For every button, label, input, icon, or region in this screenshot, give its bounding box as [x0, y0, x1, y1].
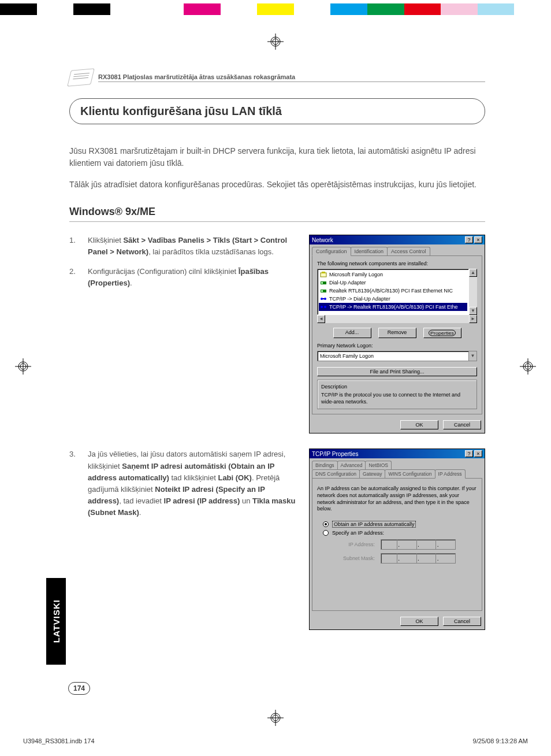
svg-point-24 [324, 298, 326, 300]
radio-specify[interactable]: Specify an IP address: [323, 530, 477, 536]
radio-label: Specify an IP address: [332, 530, 384, 536]
ip-address-row: IP Address: ... [334, 539, 477, 550]
registration-mark-icon [520, 358, 536, 375]
cancel-button[interactable]: Cancel [443, 420, 481, 429]
svg-point-23 [321, 298, 323, 300]
tab[interactable]: Gateway [359, 469, 386, 478]
list-item[interactable]: Realtek RTL8139(A/B/C/8130) PCI Fast Eth… [319, 287, 467, 295]
page-header: RX3081 Platjoslas maršrutizētāja ātras u… [69, 69, 485, 86]
scroll-left-icon[interactable]: ◄ [317, 315, 325, 323]
list-item[interactable]: Microsoft Family Logon [319, 270, 467, 279]
file-print-sharing-button[interactable]: File and Print Sharing... [317, 367, 477, 376]
svg-rect-21 [321, 290, 323, 292]
svg-rect-19 [321, 282, 323, 284]
steps-list-a: 1.Klikšķiniet Sākt > Vadības Panelis > T… [69, 235, 300, 298]
dialog-title: TCP/IP Properties [312, 451, 358, 457]
tcpip-dialog: TCP/IP Properties ? × BindingsAdvancedNe… [309, 449, 485, 630]
tab[interactable]: IP Address [435, 469, 466, 479]
ok-button[interactable]: OK [400, 420, 438, 429]
proto-icon [320, 295, 327, 302]
net-icon [320, 271, 327, 278]
svg-rect-16 [321, 273, 326, 277]
page-number: 174 [68, 682, 90, 695]
ok-button[interactable]: OK [400, 617, 438, 626]
step: 1.Klikšķiniet Sākt > Vadības Panelis > T… [69, 235, 300, 258]
svg-point-26 [321, 306, 323, 308]
router-icon [67, 68, 95, 86]
add-button[interactable]: Add... [333, 328, 371, 338]
footer-left: U3948_RS3081.indb 174 [23, 738, 95, 744]
info-text: An IP address can be automatically assig… [317, 486, 477, 513]
dialog-titlebar: TCP/IP Properties ? × [310, 449, 485, 458]
registration-mark-icon [267, 34, 284, 50]
tab[interactable]: Configuration [312, 247, 351, 256]
chevron-down-icon[interactable]: ▼ [468, 351, 476, 361]
tab[interactable]: Identification [351, 247, 388, 255]
radio-obtain-auto[interactable]: Obtain an IP address automatically [323, 521, 477, 528]
dialog-panel: An IP address can be automatically assig… [312, 478, 482, 611]
primary-logon-label: Primary Network Logon: [317, 343, 477, 349]
list-item[interactable]: TCP/IP -> Dial-Up Adapter [319, 295, 467, 303]
combo-value: Microsoft Family Logon [318, 353, 468, 359]
svg-rect-17 [322, 272, 325, 273]
subnet-mask-row: Subnet Mask: ... [334, 553, 477, 564]
language-side-tab: LATVISKI [46, 578, 66, 665]
figure-tcpip-dialog: TCP/IP Properties ? × BindingsAdvancedNe… [309, 449, 485, 630]
list-item[interactable]: Dial-Up Adapter [319, 279, 467, 287]
close-icon[interactable]: × [474, 450, 482, 457]
step: 2.Konfigurācijas (Configuration) cilnī k… [69, 266, 300, 289]
help-icon[interactable]: ? [465, 450, 473, 457]
description-text: TCP/IP is the protocol you use to connec… [321, 392, 473, 405]
list-item[interactable]: TCP/IP -> Realtek RTL8139(A/B/C/8130) PC… [319, 303, 467, 311]
tab[interactable]: Advanced [337, 461, 366, 469]
network-dialog: Network ? × ConfigurationIdentificationA… [309, 235, 485, 433]
primary-logon-combo[interactable]: Microsoft Family Logon ▼ [317, 351, 477, 361]
dialog-titlebar: Network ? × [310, 235, 485, 244]
ip-address-label: IP Address: [334, 542, 375, 547]
subhead-rule [69, 221, 485, 222]
cancel-button[interactable]: Cancel [443, 617, 481, 626]
dialog-tabs: BindingsAdvancedNetBIOSDNS Configuration… [312, 461, 482, 478]
components-listbox[interactable]: Microsoft Family LogonDial-Up AdapterRea… [317, 269, 469, 315]
intro-paragraph-1: Jūsu RX3081 maršrutizētajam ir built-in … [69, 145, 485, 169]
scroll-down-icon[interactable]: ▼ [469, 307, 477, 315]
scrollbar-vertical[interactable]: ▲ ▼ [469, 269, 477, 315]
list-label: The following network components are ins… [317, 261, 477, 266]
ip-address-field[interactable]: ... [381, 539, 456, 550]
proto-icon [320, 303, 327, 310]
subnet-mask-label: Subnet Mask: [334, 555, 375, 561]
radio-label: Obtain an IP address automatically [332, 521, 416, 528]
dialog-panel: The following network components are ins… [312, 255, 482, 414]
tab[interactable]: Access Control [387, 247, 430, 255]
tab[interactable]: WINS Configuration [385, 469, 435, 478]
scroll-up-icon[interactable]: ▲ [469, 269, 477, 277]
step-3: 3. Ja jūs vēlieties, lai jūsu dators aut… [69, 449, 300, 518]
intro-paragraph-2: Tālāk jūs atradīsiet datora konfigurēšan… [69, 179, 485, 191]
scroll-right-icon[interactable]: ► [469, 315, 477, 323]
tab[interactable]: Bindings [312, 461, 338, 469]
close-icon[interactable]: × [474, 236, 482, 243]
language-label: LATVISKI [51, 599, 61, 643]
footer-right: 9/25/08 9:13:28 AM [473, 738, 528, 744]
properties-button[interactable]: Properties [423, 328, 461, 338]
figure-network-dialog: Network ? × ConfigurationIdentificationA… [309, 235, 485, 433]
section-heading-pill: Klientu konfigurēšana jūsu LAN tīklā [69, 98, 485, 124]
doc-title: RX3081 Platjoslas maršrutizētāja ātras u… [98, 73, 485, 80]
subheading-windows: Windows® 9x/ME [69, 206, 485, 218]
description-group: Description TCP/IP is the protocol you u… [317, 380, 477, 409]
adapter-icon [320, 279, 327, 286]
subnet-mask-field[interactable]: ... [381, 553, 456, 564]
description-label: Description [321, 384, 473, 390]
header-rule [98, 81, 485, 82]
tab[interactable]: DNS Configuration [312, 469, 360, 478]
help-icon[interactable]: ? [465, 236, 473, 243]
remove-button[interactable]: Remove [378, 328, 416, 338]
scrollbar-horizontal[interactable]: ◄ ► [317, 315, 477, 323]
dialog-tabs: ConfigurationIdentificationAccess Contro… [312, 247, 482, 255]
dialog-title: Network [312, 237, 333, 243]
tab[interactable]: NetBIOS [365, 461, 392, 469]
steps-list-b: 3. Ja jūs vēlieties, lai jūsu dators aut… [69, 449, 300, 527]
svg-point-27 [324, 306, 326, 308]
instruction-row-2: 3. Ja jūs vēlieties, lai jūsu dators aut… [69, 449, 485, 630]
section-heading: Klientu konfigurēšana jūsu LAN tīklā [80, 105, 474, 118]
